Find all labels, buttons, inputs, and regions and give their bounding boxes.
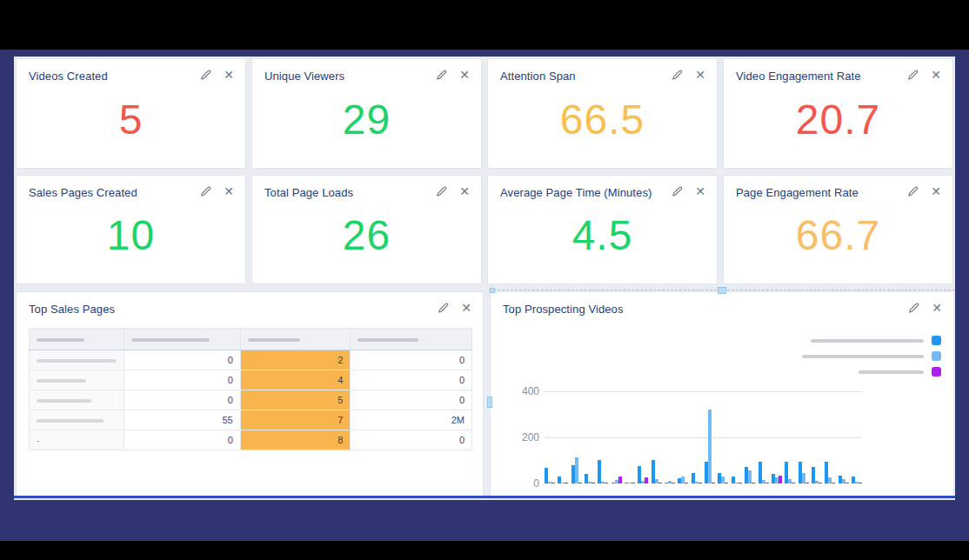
bar [819, 483, 822, 483]
redacted-page-name [37, 399, 91, 403]
close-x-icon[interactable]: ✕ [695, 70, 705, 81]
table-row: 0 2 0 [30, 350, 472, 370]
close-x-icon[interactable]: ✕ [931, 70, 941, 81]
bar [712, 483, 715, 483]
legend-swatch [932, 336, 941, 345]
legend-item[interactable] [802, 367, 941, 377]
bar [565, 483, 568, 483]
card-header: Total Page Loads ✕ [252, 176, 481, 199]
bar [859, 483, 862, 483]
card-header: Unique Viewers ✕ [252, 59, 481, 83]
close-x-icon[interactable]: ✕ [459, 70, 470, 81]
bar-group [625, 483, 635, 483]
dashboard-canvas: Videos Created ✕ 5 Unique Viewers ✕ 29 A… [14, 57, 955, 500]
metric-card[interactable]: Average Page Time (Minutes) ✕ 4.5 [487, 175, 718, 284]
card-actions: ✕ [672, 70, 705, 81]
resize-handle-top-left[interactable] [490, 288, 495, 293]
highlighted-metric-cell: 2 [240, 350, 351, 370]
redacted-header-label [37, 338, 84, 342]
close-x-icon[interactable]: ✕ [459, 186, 470, 197]
bar-group [732, 477, 742, 483]
card-title: Attention Span [500, 70, 576, 83]
card-title: Unique Viewers [264, 70, 344, 83]
edit-pencil-icon[interactable] [907, 186, 919, 197]
close-x-icon[interactable]: ✕ [695, 186, 705, 197]
bar [805, 483, 809, 483]
bar-group [852, 477, 862, 483]
legend-item[interactable] [802, 336, 941, 345]
bar [845, 483, 849, 483]
bar-group [652, 460, 662, 483]
metric-card[interactable]: Page Engagement Rate ✕ 66.7 [723, 175, 953, 284]
close-x-icon[interactable]: ✕ [931, 186, 941, 197]
metric-cell: 0 [124, 370, 241, 390]
resize-handle-left-middle[interactable] [487, 397, 492, 408]
bar [645, 477, 648, 483]
card-actions: ✕ [436, 186, 470, 197]
bar [591, 483, 595, 483]
table-header [30, 329, 472, 350]
bar [575, 457, 578, 483]
dashboard-panel: Videos Created ✕ 5 Unique Viewers ✕ 29 A… [0, 50, 969, 541]
edit-pencil-icon[interactable] [200, 186, 211, 197]
bar [551, 483, 555, 483]
metric-card[interactable]: Video Engagement Rate ✕ 20.7 [723, 58, 953, 169]
metric-cell: 0 [351, 430, 472, 450]
bar-group [745, 467, 755, 483]
card-title: Average Page Time (Minutes) [500, 186, 652, 199]
legend-item[interactable] [802, 351, 941, 361]
metric-value: 66.7 [724, 199, 952, 283]
edit-pencil-icon[interactable] [438, 303, 449, 314]
column-header [124, 329, 241, 350]
edit-pencil-icon[interactable] [436, 70, 447, 81]
bar-group [678, 477, 688, 483]
bar-group [812, 467, 822, 483]
resize-handle-top-center[interactable] [718, 287, 726, 294]
edit-pencil-icon[interactable] [436, 186, 447, 197]
metrics-grid: Videos Created ✕ 5 Unique Viewers ✕ 29 A… [16, 58, 953, 284]
edit-pencil-icon[interactable] [200, 70, 211, 81]
metric-cell: 2M [351, 410, 472, 430]
page-name-cell [30, 370, 124, 390]
metric-value: 26 [252, 199, 481, 283]
card-header: Videos Created ✕ [17, 59, 245, 83]
edit-pencil-icon[interactable] [672, 70, 683, 81]
close-x-icon[interactable]: ✕ [461, 303, 471, 314]
redacted-header-label [358, 338, 418, 342]
metric-card[interactable]: Total Page Loads ✕ 26 [251, 175, 482, 284]
redacted-legend-label [802, 355, 924, 358]
close-x-icon[interactable]: ✕ [932, 303, 942, 314]
bar-group [799, 462, 809, 483]
y-axis-tick-0: 0 [506, 477, 539, 490]
close-x-icon[interactable]: ✕ [224, 186, 234, 197]
edit-pencil-icon[interactable] [908, 303, 919, 314]
metric-card[interactable]: Sales Pages Created ✕ 10 [16, 175, 246, 284]
metric-card[interactable]: Unique Viewers ✕ 29 [251, 58, 482, 169]
y-axis-tick-400: 400 [506, 385, 539, 397]
metric-card[interactable]: Attention Span ✕ 66.5 [487, 58, 718, 169]
bar [578, 483, 582, 483]
metric-card[interactable]: Videos Created ✕ 5 [16, 58, 246, 169]
column-header [240, 329, 351, 350]
metric-value: 4.5 [488, 199, 717, 283]
card-actions: ✕ [436, 70, 470, 81]
edit-pencil-icon[interactable] [672, 186, 683, 197]
bar-group [692, 473, 702, 483]
bottom-row: Top Sales Pages ✕ 0 2 0 0 4 0 [16, 291, 954, 497]
bar-series-area [545, 391, 862, 483]
highlighted-metric-cell: 4 [240, 370, 351, 390]
card-actions: ✕ [672, 186, 705, 197]
bar [752, 483, 755, 483]
metric-cell: 0 [124, 430, 241, 450]
table-row: - 0 8 0 [30, 430, 472, 450]
bar [792, 483, 795, 483]
top-sales-pages-card[interactable]: Top Sales Pages ✕ 0 2 0 0 4 0 [16, 291, 484, 497]
y-axis-tick-200: 200 [506, 431, 539, 443]
top-prospecting-videos-card[interactable]: Top Prospecting Videos ✕ 400 200 0 [490, 291, 954, 497]
bar [832, 483, 835, 483]
card-header: Average Page Time (Minutes) ✕ [488, 176, 717, 199]
edit-pencil-icon[interactable] [907, 70, 919, 81]
close-x-icon[interactable]: ✕ [224, 70, 234, 81]
page-name-cell: - [30, 430, 124, 450]
card-header: Video Engagement Rate ✕ [724, 59, 952, 83]
